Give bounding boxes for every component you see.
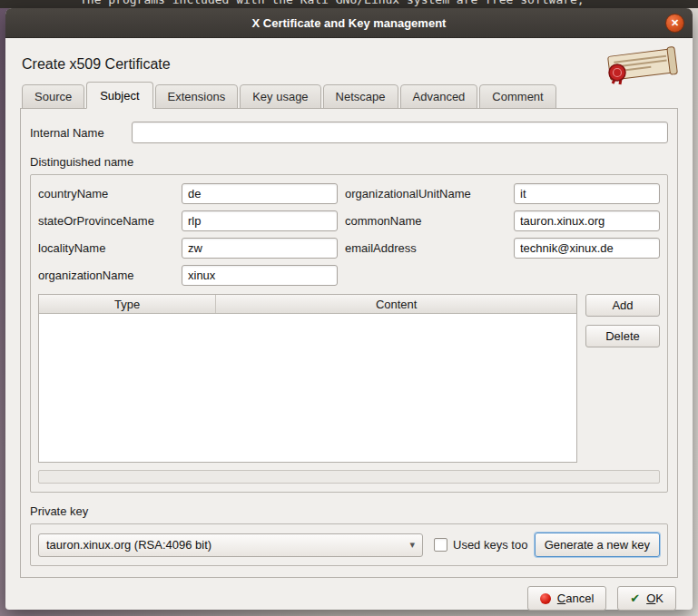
organizational-unit-name-input[interactable] bbox=[514, 183, 660, 204]
dialog-body: Create x509 Certificate Source Subject E… bbox=[5, 38, 693, 609]
xca-dialog-window: X Certificate and Key management ✕ Creat… bbox=[5, 8, 693, 610]
background-terminal-text: The programs included with the Kali GNU/… bbox=[80, 0, 585, 6]
tab-bar: Source Subject Extensions Key usage Nets… bbox=[22, 82, 678, 109]
close-icon[interactable]: ✕ bbox=[665, 14, 684, 33]
common-name-label: commonName bbox=[345, 214, 514, 228]
ok-button[interactable]: ✔ OK bbox=[617, 586, 676, 611]
country-name-input[interactable] bbox=[182, 183, 338, 204]
locality-name-label: localityName bbox=[38, 241, 182, 255]
subject-tab-panel: Internal Name Distinguished name country… bbox=[20, 108, 678, 578]
organization-name-input[interactable] bbox=[182, 265, 338, 286]
email-address-label: emailAddress bbox=[345, 241, 514, 255]
tab-advanced[interactable]: Advanced bbox=[400, 84, 478, 109]
dn-preview-field bbox=[38, 470, 660, 484]
tab-subject[interactable]: Subject bbox=[86, 82, 152, 109]
ok-label: K bbox=[655, 592, 664, 605]
dialog-footer: Cancel ✔ OK bbox=[20, 586, 678, 611]
dn-table-header: Type Content bbox=[39, 295, 576, 314]
ok-label-mnemonic: O bbox=[646, 592, 655, 605]
distinguished-name-group: countryName organizationalUnitName state… bbox=[30, 174, 668, 493]
window-titlebar[interactable]: X Certificate and Key management ✕ bbox=[5, 8, 693, 38]
locality-name-input[interactable] bbox=[182, 238, 338, 259]
tab-key-usage[interactable]: Key usage bbox=[240, 84, 320, 109]
content-column-header[interactable]: Content bbox=[216, 295, 576, 313]
dn-table-body[interactable] bbox=[39, 314, 576, 462]
internal-name-input[interactable] bbox=[132, 122, 668, 143]
organizational-unit-name-label: organizationalUnitName bbox=[345, 187, 514, 200]
tab-extensions[interactable]: Extensions bbox=[155, 84, 239, 109]
cancel-label-mnemonic: C bbox=[557, 592, 565, 605]
internal-name-label: Internal Name bbox=[30, 126, 132, 140]
add-button[interactable]: Add bbox=[585, 294, 660, 317]
cancel-icon bbox=[540, 593, 551, 604]
tab-netscape[interactable]: Netscape bbox=[323, 84, 398, 109]
private-key-selected-value: tauron.xinux.org (RSA:4096 bit) bbox=[46, 538, 211, 552]
used-keys-checkbox[interactable] bbox=[434, 538, 447, 552]
email-address-input[interactable] bbox=[514, 238, 660, 259]
common-name-input[interactable] bbox=[514, 210, 660, 231]
state-or-province-name-input[interactable] bbox=[182, 210, 338, 231]
private-key-select[interactable]: tauron.xinux.org (RSA:4096 bit) ▾ bbox=[38, 533, 423, 557]
organization-name-label: organizationName bbox=[38, 269, 182, 282]
private-key-group: tauron.xinux.org (RSA:4096 bit) ▾ Used k… bbox=[30, 523, 668, 566]
used-keys-label: Used keys too bbox=[453, 538, 527, 552]
type-column-header[interactable]: Type bbox=[39, 295, 216, 313]
tab-comment[interactable]: Comment bbox=[479, 84, 555, 109]
tab-source[interactable]: Source bbox=[22, 84, 84, 109]
state-or-province-name-label: stateOrProvinceName bbox=[38, 214, 182, 228]
chevron-down-icon: ▾ bbox=[409, 539, 415, 551]
private-key-label: Private key bbox=[30, 504, 668, 518]
desktop-background: The programs included with the Kali GNU/… bbox=[0, 0, 698, 8]
country-name-label: countryName bbox=[38, 187, 182, 200]
ok-check-icon: ✔ bbox=[630, 592, 640, 604]
distinguished-name-label: Distinguished name bbox=[30, 155, 668, 169]
cancel-button[interactable]: Cancel bbox=[527, 586, 606, 611]
window-title: X Certificate and Key management bbox=[252, 16, 447, 30]
page-title: Create x509 Certificate bbox=[22, 56, 678, 73]
delete-button[interactable]: Delete bbox=[585, 325, 660, 347]
generate-key-button[interactable]: Generate a new key bbox=[535, 533, 660, 557]
xca-logo bbox=[602, 45, 682, 85]
cancel-label: ancel bbox=[565, 592, 594, 605]
dn-entries-table: Type Content bbox=[38, 294, 577, 463]
